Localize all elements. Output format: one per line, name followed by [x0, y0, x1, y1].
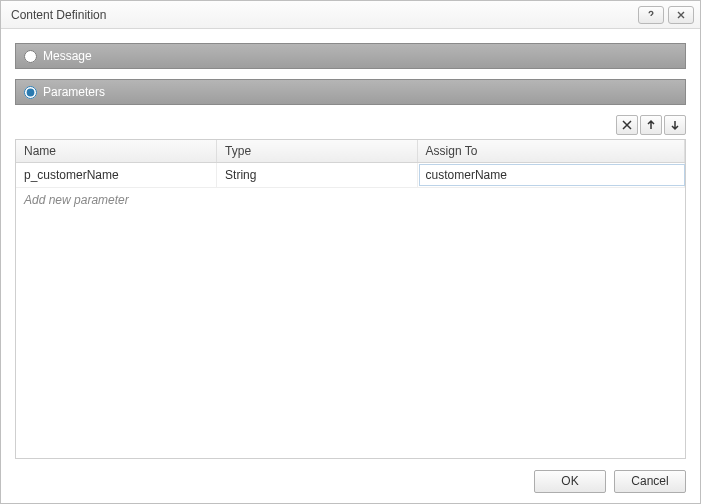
- cancel-button[interactable]: Cancel: [614, 470, 686, 493]
- cell-type[interactable]: String: [217, 165, 417, 185]
- grid-toolbar: [15, 115, 686, 135]
- arrow-up-icon: [645, 119, 657, 131]
- col-type[interactable]: Type: [217, 140, 418, 163]
- cell-name[interactable]: p_customerName: [16, 165, 216, 185]
- option-parameters[interactable]: Parameters: [15, 79, 686, 105]
- content-definition-dialog: Content Definition Message Parameters: [0, 0, 701, 504]
- col-name[interactable]: Name: [16, 140, 217, 163]
- delete-row-button[interactable]: [616, 115, 638, 135]
- option-message-label: Message: [43, 49, 92, 63]
- cell-assign-input[interactable]: [419, 164, 685, 186]
- option-message-radio[interactable]: [24, 50, 37, 63]
- add-row-placeholder: Add new parameter: [16, 190, 685, 210]
- option-message[interactable]: Message: [15, 43, 686, 69]
- dialog-footer: OK Cancel: [1, 459, 700, 503]
- x-icon: [621, 119, 633, 131]
- grid-header-row: Name Type Assign To: [16, 140, 685, 163]
- option-parameters-label: Parameters: [43, 85, 105, 99]
- close-icon: [675, 9, 687, 21]
- close-button[interactable]: [668, 6, 694, 24]
- dialog-title: Content Definition: [11, 8, 638, 22]
- table-row[interactable]: p_customerName String: [16, 163, 685, 188]
- add-row[interactable]: Add new parameter: [16, 188, 685, 212]
- parameters-grid: Name Type Assign To p_customerName Strin…: [15, 139, 686, 459]
- ok-button[interactable]: OK: [534, 470, 606, 493]
- dialog-content: Message Parameters: [1, 29, 700, 459]
- move-down-button[interactable]: [664, 115, 686, 135]
- option-parameters-radio[interactable]: [24, 86, 37, 99]
- help-button[interactable]: [638, 6, 664, 24]
- titlebar: Content Definition: [1, 1, 700, 29]
- arrow-down-icon: [669, 119, 681, 131]
- titlebar-buttons: [638, 6, 694, 24]
- col-assign[interactable]: Assign To: [417, 140, 684, 163]
- help-icon: [645, 9, 657, 21]
- move-up-button[interactable]: [640, 115, 662, 135]
